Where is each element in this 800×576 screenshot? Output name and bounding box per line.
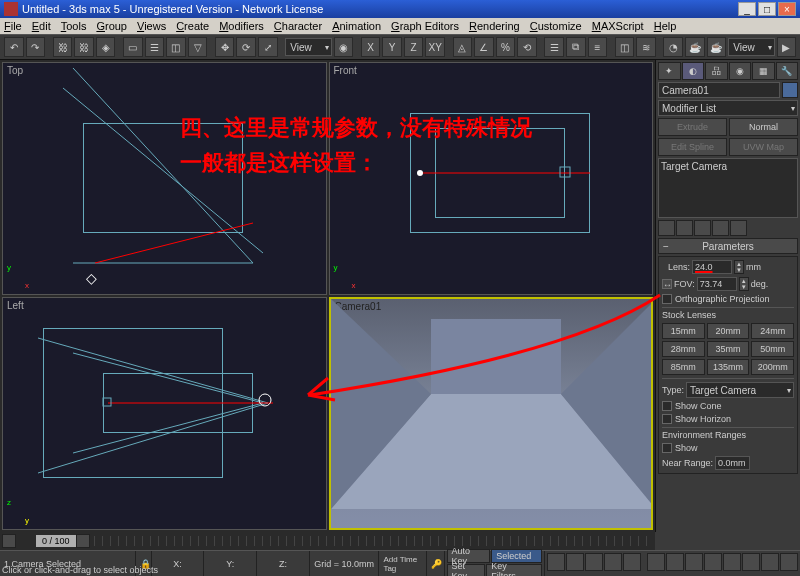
x-coord[interactable]: X:: [152, 551, 205, 576]
modifier-stack[interactable]: Target Camera: [658, 158, 798, 218]
redo-button[interactable]: ↷: [26, 37, 46, 57]
align-button[interactable]: ≡: [588, 37, 608, 57]
time-next-button[interactable]: [76, 534, 90, 548]
menu-maxscript[interactable]: MAXScript: [592, 20, 644, 32]
menu-character[interactable]: Character: [274, 20, 322, 32]
named-sel-button[interactable]: ☰: [544, 37, 564, 57]
edit-spline-button[interactable]: Edit Spline: [658, 138, 727, 156]
menu-rendering[interactable]: Rendering: [469, 20, 520, 32]
viewport-camera[interactable]: Camera01: [329, 297, 654, 530]
arc-rotate-button[interactable]: [666, 553, 684, 571]
tab-motion[interactable]: ◉: [729, 62, 752, 80]
unlink-button[interactable]: ⛓: [74, 37, 94, 57]
uvw-map-button[interactable]: UVW Map: [729, 138, 798, 156]
lens-20-button[interactable]: 20mm: [707, 323, 750, 339]
goto-start-button[interactable]: [547, 553, 565, 571]
viewport-front[interactable]: Front y x: [329, 62, 654, 295]
lens-24-button[interactable]: 24mm: [751, 323, 794, 339]
fov-spinner[interactable]: 73.74: [697, 277, 737, 291]
percent-snap-button[interactable]: %: [496, 37, 516, 57]
field-of-view-button[interactable]: [742, 553, 760, 571]
play-button[interactable]: [585, 553, 603, 571]
zoom-button[interactable]: [685, 553, 703, 571]
show-env-checkbox[interactable]: Show: [662, 443, 794, 453]
render-last-button[interactable]: ▶: [777, 37, 797, 57]
menu-modifiers[interactable]: Modifiers: [219, 20, 264, 32]
minimize-button[interactable]: _: [738, 2, 756, 16]
time-slider[interactable]: 0 / 100: [0, 532, 655, 550]
select-name-button[interactable]: ☰: [145, 37, 165, 57]
show-result-button[interactable]: [676, 220, 693, 236]
setkey-button[interactable]: Set Key: [447, 564, 486, 576]
show-cone-checkbox[interactable]: Show Cone: [662, 401, 794, 411]
angle-snap-button[interactable]: ∠: [474, 37, 494, 57]
menu-edit[interactable]: Edit: [32, 20, 51, 32]
lens-spin-buttons[interactable]: ▲▼: [734, 260, 744, 274]
tab-utilities[interactable]: 🔧: [776, 62, 799, 80]
undo-button[interactable]: ↶: [4, 37, 24, 57]
rotate-button[interactable]: ⟳: [236, 37, 256, 57]
select-button[interactable]: ▭: [123, 37, 143, 57]
bind-button[interactable]: ◈: [96, 37, 116, 57]
keyfilters-button[interactable]: Key Filters...: [486, 564, 542, 576]
remove-mod-button[interactable]: [712, 220, 729, 236]
schematic-button[interactable]: ◫: [615, 37, 635, 57]
key-icon[interactable]: 🔑: [427, 551, 445, 576]
menu-file[interactable]: File: [4, 20, 22, 32]
tab-display[interactable]: ▦: [752, 62, 775, 80]
menu-grapheditors[interactable]: Graph Editors: [391, 20, 459, 32]
link-button[interactable]: ⛓: [53, 37, 73, 57]
viewport-left[interactable]: Left z y: [2, 297, 327, 530]
filter-button[interactable]: ▽: [188, 37, 208, 57]
restrict-xy-button[interactable]: XY: [425, 37, 445, 57]
pan-button[interactable]: [647, 553, 665, 571]
ref-coord-dropdown[interactable]: View: [285, 38, 331, 56]
menu-group[interactable]: Group: [96, 20, 127, 32]
z-coord[interactable]: Z:: [257, 551, 310, 576]
render-type-dropdown[interactable]: View: [728, 38, 774, 56]
restrict-x-button[interactable]: X: [361, 37, 381, 57]
extrude-button[interactable]: Extrude: [658, 118, 727, 136]
render-scene-button[interactable]: ☕: [685, 37, 705, 57]
track-button[interactable]: ≋: [636, 37, 656, 57]
time-prev-button[interactable]: [2, 534, 16, 548]
lens-spinner[interactable]: 24.0: [692, 260, 732, 274]
lens-28-button[interactable]: 28mm: [662, 341, 705, 357]
close-button[interactable]: ×: [778, 2, 796, 16]
zoom-extents-button[interactable]: [723, 553, 741, 571]
goto-end-button[interactable]: [623, 553, 641, 571]
next-frame-button[interactable]: [604, 553, 622, 571]
quick-render-button[interactable]: ☕: [707, 37, 727, 57]
lens-50-button[interactable]: 50mm: [751, 341, 794, 357]
menu-create[interactable]: Create: [176, 20, 209, 32]
material-button[interactable]: ◔: [663, 37, 683, 57]
lens-135-button[interactable]: 135mm: [707, 359, 750, 375]
modifier-list-dropdown[interactable]: Modifier List: [658, 100, 798, 116]
lens-15-button[interactable]: 15mm: [662, 323, 705, 339]
ortho-checkbox[interactable]: Orthographic Projection: [662, 294, 794, 304]
lens-85-button[interactable]: 85mm: [662, 359, 705, 375]
mirror-button[interactable]: ⧉: [566, 37, 586, 57]
min-max-button[interactable]: [761, 553, 779, 571]
lens-35-button[interactable]: 35mm: [707, 341, 750, 357]
tab-hierarchy[interactable]: 品: [705, 62, 728, 80]
maximize-button[interactable]: □: [758, 2, 776, 16]
zoom-all-button[interactable]: [704, 553, 722, 571]
snap-button[interactable]: ◬: [453, 37, 473, 57]
make-unique-button[interactable]: [694, 220, 711, 236]
pin-stack-button[interactable]: [658, 220, 675, 236]
object-name-field[interactable]: Camera01: [658, 82, 780, 98]
time-slider-label[interactable]: 0 / 100: [36, 535, 76, 547]
fov-dir-button[interactable]: ↔: [662, 279, 672, 289]
stack-item[interactable]: Target Camera: [661, 161, 727, 172]
pivot-button[interactable]: ◉: [334, 37, 354, 57]
configure-button[interactable]: [730, 220, 747, 236]
scale-button[interactable]: ⤢: [258, 37, 278, 57]
tab-modify[interactable]: ◐: [682, 62, 705, 80]
show-horizon-checkbox[interactable]: Show Horizon: [662, 414, 794, 424]
tab-create[interactable]: ✦: [658, 62, 681, 80]
near-range-spinner[interactable]: 0.0mm: [715, 456, 750, 470]
restrict-y-button[interactable]: Y: [382, 37, 402, 57]
time-track[interactable]: [94, 536, 651, 546]
menu-animation[interactable]: Animation: [332, 20, 381, 32]
